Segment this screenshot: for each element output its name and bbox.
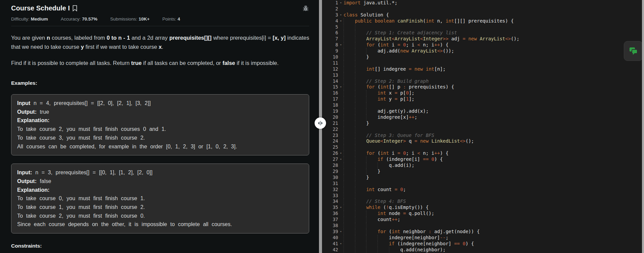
code-editor[interactable]: 1▾import java.util.*;23▾class Solution {… — [322, 0, 644, 253]
code-line[interactable]: 24Queue<Integer> q = new LinkedList<>(); — [322, 138, 641, 144]
code-line[interactable]: 41▾if (indegree[neighbor] == 0) { — [322, 241, 641, 247]
fold-spacer — [338, 24, 344, 30]
code-token: ++ — [409, 114, 415, 120]
code-line[interactable]: 40indegree[neighbor]--; — [322, 235, 641, 241]
stat-value: Medium — [31, 16, 48, 22]
fold-arrow-icon[interactable]: ▾ — [338, 241, 344, 247]
code-line[interactable]: 32int count = 0; — [322, 187, 641, 193]
code-line[interactable]: 31 — [322, 181, 641, 187]
fold-arrow-icon[interactable]: ▾ — [338, 156, 344, 162]
line-number: 14 — [322, 78, 338, 84]
indent-guide — [366, 169, 378, 175]
code-line[interactable]: 4▾public boolean canFinish(int n, int[][… — [322, 18, 641, 24]
code-line[interactable]: 37count++; — [322, 217, 641, 223]
indent-guide — [344, 205, 355, 211]
code-token: if — [378, 156, 383, 162]
code-line[interactable]: 23// Step 3: Queue for BFS — [322, 133, 641, 139]
fold-spacer — [338, 36, 344, 42]
code-line[interactable]: 1▾import java.util.*; — [322, 0, 641, 6]
indent-guide — [344, 169, 355, 175]
code-text — [344, 102, 641, 108]
code-line[interactable]: 7ArrayList<ArrayList<Integer>> adj = new… — [322, 36, 641, 42]
code-token: ArrayList — [395, 36, 420, 41]
fold-spacer — [338, 120, 344, 126]
code-line[interactable]: 2 — [322, 6, 641, 12]
fold-spacer — [338, 138, 344, 144]
code-line[interactable]: 8▾for (int i = 0; i < n; i++) { — [322, 42, 641, 48]
fold-arrow-icon[interactable]: ▾ — [338, 18, 344, 24]
indent-guide — [366, 235, 378, 241]
code-line[interactable]: 15▾for (int[] p : prerequisites) { — [322, 84, 641, 90]
code-area[interactable]: 1▾import java.util.*;23▾class Solution {… — [322, 0, 641, 253]
code-line[interactable]: 11 — [322, 60, 641, 66]
fold-arrow-icon[interactable]: ▾ — [338, 42, 344, 48]
stat-label: Accuracy: — [61, 16, 81, 22]
bold-text: Explanation: — [17, 117, 49, 123]
code-line[interactable]: 17int y = p[1]; — [322, 96, 641, 102]
bookmark-icon[interactable] — [72, 5, 77, 11]
code-token: ()); — [443, 48, 454, 53]
code-line[interactable]: 10} — [322, 54, 641, 60]
description-paragraph-1: You are given n courses, labeled from 0 … — [11, 33, 309, 51]
code-line[interactable]: 18 — [322, 102, 641, 108]
code-token: ++ — [392, 217, 397, 222]
code-line[interactable]: 22 — [322, 126, 641, 133]
code-line[interactable]: 16int x = p[0]; — [322, 90, 641, 96]
code-line[interactable]: 19adj.get(y).add(x); — [322, 108, 641, 114]
code-line[interactable]: 26▾for (int i = 0; i < n; i++) { — [322, 150, 641, 156]
fold-arrow-icon[interactable]: ▾ — [338, 0, 344, 6]
chat-button[interactable] — [624, 41, 643, 61]
code-text: for (int[] p : prerequisites) { — [344, 84, 641, 90]
indent-guide — [344, 114, 355, 120]
text-run: n = 3, prerequisites[] = [[0, 1], [1, 2]… — [32, 170, 152, 175]
editor-scrollbar[interactable] — [642, 0, 644, 253]
code-line[interactable]: 27▾if (indegree[i] == 0) { — [322, 156, 641, 162]
code-line[interactable]: 25 — [322, 144, 641, 150]
code-line[interactable]: 36int node = q.poll(); — [322, 211, 641, 217]
code-line[interactable]: 28q.add(i); — [322, 162, 641, 169]
fold-arrow-icon[interactable]: ▾ — [338, 12, 344, 18]
fold-arrow-icon[interactable]: ▾ — [338, 84, 344, 90]
code-token: indegree[neighbor] — [389, 235, 440, 240]
line-number: 27 — [322, 156, 338, 162]
code-line[interactable]: 5 — [322, 24, 641, 30]
fold-arrow-icon[interactable]: ▾ — [338, 205, 344, 211]
split-drag-handle[interactable] — [315, 117, 326, 129]
code-line[interactable]: 29} — [322, 169, 641, 175]
code-line[interactable]: 13 — [322, 72, 641, 78]
code-line[interactable]: 30} — [322, 175, 641, 181]
fold-spacer — [338, 90, 344, 96]
code-text: for (int i = 0; i < n; i++) { — [344, 42, 641, 48]
line-number: 37 — [322, 217, 338, 223]
indent-guide — [344, 30, 355, 36]
code-line[interactable]: 21} — [322, 120, 641, 126]
code-line[interactable]: 3▾class Solution { — [322, 12, 641, 18]
code-line[interactable]: 38 — [322, 223, 641, 229]
panel-divider[interactable] — [319, 0, 322, 253]
indent-guide — [355, 198, 366, 205]
code-token — [395, 18, 397, 24]
example-line: To take course 3, you must first finish … — [17, 134, 303, 142]
code-token: ++ — [434, 42, 440, 47]
text-run: All courses can be completed, for exampl… — [17, 144, 237, 149]
code-line[interactable]: 39▾for (int neighbor : adj.get(node)) { — [322, 229, 641, 235]
code-line[interactable]: 42q.add(neighbor); — [322, 247, 641, 253]
code-line[interactable]: 9adj.add(new ArrayList<>()); — [322, 48, 641, 54]
indent-guide — [344, 187, 355, 193]
line-number: 29 — [322, 169, 338, 175]
code-line[interactable]: 20indegree[x]++; — [322, 114, 641, 120]
code-line[interactable]: 35▾while (!q.isEmpty()) { — [322, 205, 641, 211]
code-line[interactable]: 6// Step 1: Create adjacency list — [322, 30, 641, 36]
code-line[interactable]: 12int[] indegree = new int[n]; — [322, 66, 641, 72]
code-token: n; i — [420, 150, 434, 156]
code-line[interactable]: 34// Step 4: BFS — [322, 198, 641, 205]
line-number: 23 — [322, 133, 338, 139]
fold-arrow-icon[interactable]: ▾ — [338, 229, 344, 235]
code-text: } — [344, 54, 641, 60]
bug-report-button[interactable] — [302, 5, 309, 12]
code-line[interactable]: 33 — [322, 193, 641, 199]
code-token: ( — [375, 42, 381, 47]
code-line[interactable]: 14// Step 2: Build graph — [322, 78, 641, 84]
fold-spacer — [338, 247, 344, 253]
fold-arrow-icon[interactable]: ▾ — [338, 150, 344, 156]
